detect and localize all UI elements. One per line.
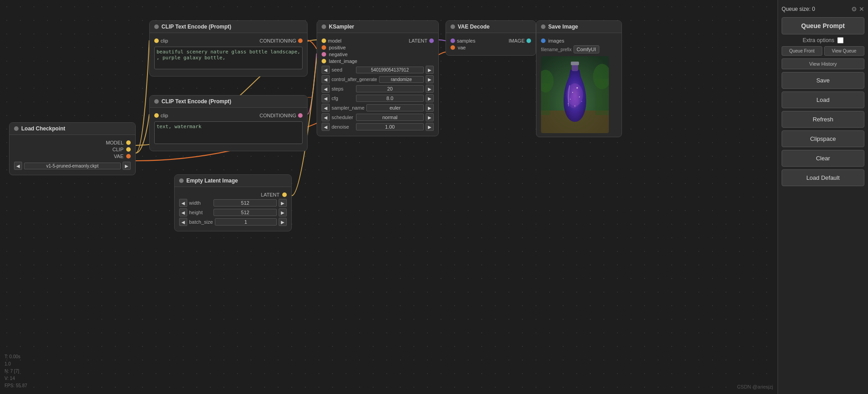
node-empty-latent: Empty Latent Image LATENT ◀ width 512 ▶ … — [174, 174, 292, 231]
height-value: 512 — [213, 209, 277, 216]
node-ksampler: KSampler model LATENT positive negative — [317, 20, 439, 136]
stat-line1: 1.0 — [5, 360, 27, 368]
input-clip-port — [154, 113, 159, 118]
sampler-prev-btn[interactable]: ◀ — [322, 104, 330, 112]
output-clip-port — [126, 147, 131, 152]
cfg-label: cfg — [332, 96, 354, 101]
input-negative-label: negative — [329, 52, 348, 57]
node-title: CLIP Text Encode (Prompt) — [161, 24, 231, 30]
output-clip-label: CLIP — [113, 147, 123, 152]
node-load-checkpoint: Load Checkpoint MODEL CLIP VAE ◀ v1-5-pr… — [9, 122, 136, 175]
node-status-dot — [154, 24, 159, 29]
ckpt-prev-btn[interactable]: ◀ — [14, 162, 22, 170]
sampler-value: euler — [366, 104, 424, 111]
seed-label: seed — [332, 67, 354, 72]
height-label: height — [189, 210, 212, 215]
input-samples-label: samples — [457, 38, 475, 43]
node-clip-text-negative: CLIP Text Encode (Prompt) clip CONDITION… — [149, 95, 308, 151]
generated-image-preview — [541, 56, 609, 133]
seed-prev-btn[interactable]: ◀ — [322, 66, 330, 74]
stat-t: T: 0.00s — [5, 353, 27, 360]
node-title: KSampler — [329, 24, 354, 30]
positive-prompt-textarea[interactable]: beautiful scenery nature glass bottle la… — [154, 47, 303, 69]
denoise-value: 1.00 — [356, 123, 424, 130]
input-model-label: model — [328, 38, 342, 43]
control-next-btn[interactable]: ▶ — [426, 75, 434, 83]
sampler-next-btn[interactable]: ▶ — [426, 104, 434, 112]
output-image-label: IMAGE — [509, 38, 525, 43]
output-vae-label: VAE — [114, 154, 123, 159]
width-prev-btn[interactable]: ◀ — [179, 199, 187, 207]
ckpt-next-btn[interactable]: ▶ — [123, 162, 131, 170]
input-clip-port — [154, 38, 159, 43]
filename-prefix-value: ComfyUI — [574, 45, 599, 53]
output-conditioning-port — [298, 113, 303, 118]
save-button[interactable]: Save — [782, 72, 864, 89]
negative-prompt-textarea[interactable]: text, watermark — [154, 121, 303, 144]
denoise-next-btn[interactable]: ▶ — [426, 123, 434, 131]
control-prev-btn[interactable]: ◀ — [322, 75, 330, 83]
node-status-dot — [541, 24, 545, 29]
load-default-button[interactable]: Load Default — [782, 169, 864, 186]
cfg-prev-btn[interactable]: ◀ — [322, 94, 330, 102]
node-title: CLIP Text Encode (Prompt) — [161, 98, 231, 105]
input-vae-port — [451, 45, 455, 50]
control-value: randomize — [379, 76, 424, 83]
view-queue-button[interactable]: View Queue — [824, 46, 865, 56]
node-title: Load Checkpoint — [21, 125, 65, 132]
filename-prefix-label: filename_prefix — [541, 47, 572, 52]
stat-line3: V: 14 — [5, 375, 27, 382]
node-vae-decode: VAE Decode samples IMAGE vae — [446, 20, 536, 56]
denoise-prev-btn[interactable]: ◀ — [322, 123, 330, 131]
settings-icon-btn[interactable]: ⚙ — [851, 5, 857, 13]
node-status-dot — [179, 178, 184, 183]
close-icon-btn[interactable]: ✕ — [859, 5, 864, 13]
width-next-btn[interactable]: ▶ — [279, 199, 287, 207]
height-prev-btn[interactable]: ◀ — [179, 208, 187, 216]
output-model-label: MODEL — [106, 140, 123, 145]
output-conditioning-port — [298, 38, 303, 43]
queue-prompt-button[interactable]: Queue Prompt — [782, 17, 864, 34]
cfg-next-btn[interactable]: ▶ — [426, 94, 434, 102]
output-latent-label: LATENT — [409, 38, 427, 43]
clipspace-button[interactable]: Clipspace — [782, 130, 864, 147]
output-latent-port — [282, 192, 287, 197]
steps-next-btn[interactable]: ▶ — [426, 85, 434, 93]
input-clip-label: clip — [161, 38, 168, 43]
canvas: Load Checkpoint MODEL CLIP VAE ◀ v1-5-pr… — [0, 0, 868, 394]
input-model-port — [322, 38, 326, 43]
steps-value: 20 — [356, 85, 424, 92]
node-status-dot — [154, 99, 159, 104]
input-clip-label: clip — [161, 113, 168, 118]
batch-label: batch_size — [189, 219, 213, 225]
clear-button[interactable]: Clear — [782, 150, 864, 167]
output-image-port — [526, 38, 531, 43]
extra-options-checkbox[interactable] — [837, 37, 844, 43]
input-positive-label: positive — [329, 45, 346, 50]
height-next-btn[interactable]: ▶ — [279, 208, 287, 216]
scheduler-label: scheduler — [332, 115, 354, 120]
view-history-button[interactable]: View History — [782, 58, 864, 69]
batch-next-btn[interactable]: ▶ — [279, 218, 287, 226]
node-save-image: Save Image images filename_prefix ComfyU… — [536, 20, 622, 137]
width-label: width — [189, 200, 212, 206]
right-panel: Queue size: 0 ⚙ ✕ Queue Prompt Extra opt… — [778, 0, 868, 394]
bottle-preview-svg — [541, 56, 609, 133]
batch-prev-btn[interactable]: ◀ — [179, 218, 187, 226]
output-conditioning-label: CONDITIONING — [260, 38, 296, 43]
input-negative-port — [322, 52, 326, 57]
queue-size-label: Queue size: 0 — [782, 6, 815, 12]
scheduler-prev-btn[interactable]: ◀ — [322, 113, 330, 121]
extra-options-label: Extra options — [802, 37, 834, 43]
queue-front-button[interactable]: Queue Front — [782, 46, 822, 56]
steps-prev-btn[interactable]: ◀ — [322, 85, 330, 93]
seed-next-btn[interactable]: ▶ — [426, 66, 434, 74]
refresh-button[interactable]: Refresh — [782, 111, 864, 128]
load-button[interactable]: Load — [782, 91, 864, 108]
output-latent-port — [429, 38, 434, 43]
input-vae-label: vae — [458, 45, 466, 50]
output-conditioning-label: CONDITIONING — [260, 113, 296, 118]
input-positive-port — [322, 45, 326, 50]
scheduler-next-btn[interactable]: ▶ — [426, 113, 434, 121]
stat-line4: FPS: 55.87 — [5, 382, 27, 389]
